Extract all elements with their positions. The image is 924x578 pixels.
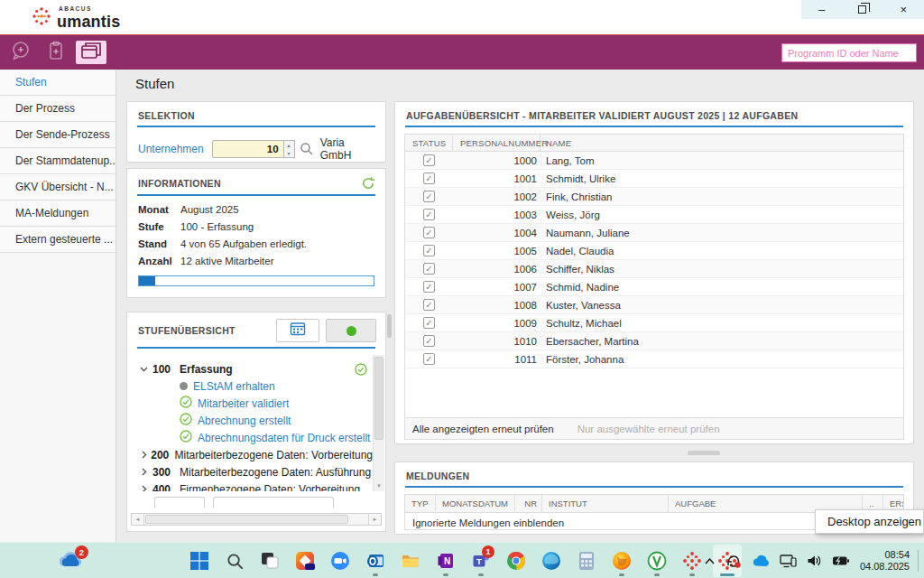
recheck-all-link[interactable]: Alle angezeigten erneut prüfen xyxy=(412,424,554,434)
sidebar-item[interactable]: Der Sende-Prozess xyxy=(0,122,116,148)
clipboard-add-button[interactable] xyxy=(41,41,71,64)
taskbar-app-firefox[interactable] xyxy=(607,545,636,577)
unternehmen-stepper[interactable]: ▲ ▼ xyxy=(284,140,295,158)
tree-vertical-scrollbar[interactable]: ▼ xyxy=(373,355,384,491)
column-monatsdatum[interactable]: MONATSDATUM xyxy=(436,495,515,512)
taskbar-onedrive-button[interactable]: 2 xyxy=(56,549,83,573)
taskbar-app-zoom[interactable] xyxy=(326,545,355,577)
stage-row[interactable]: 400Firmenbezogene Daten: Vorbereitung xyxy=(140,480,373,491)
task-row[interactable]: ✓1002Fink, Christian xyxy=(405,188,903,206)
task-checkbox[interactable]: ✓ xyxy=(423,353,435,365)
scroll-down-icon[interactable]: ▼ xyxy=(374,480,384,491)
scroll-right-icon[interactable]: ► xyxy=(368,514,381,525)
taskbar-app-outlook[interactable] xyxy=(361,545,390,577)
maximize-button[interactable] xyxy=(842,0,882,19)
task-row[interactable]: ✓1000Lang, Tom xyxy=(405,152,903,170)
tray-onedrive-icon[interactable] xyxy=(752,555,770,567)
column-status[interactable]: STATUS xyxy=(405,135,453,151)
tree-horizontal-scrollbar[interactable]: ◄ ► xyxy=(131,513,382,526)
tray-sync-icon[interactable] xyxy=(725,554,742,568)
stage-row[interactable]: 200Mitarbeiterbezogene Daten: Vorbereitu… xyxy=(140,446,373,463)
task-checkbox[interactable]: ✓ xyxy=(423,335,435,347)
search-lookup-icon[interactable] xyxy=(300,142,314,156)
column-nr[interactable]: NR xyxy=(515,495,542,512)
task-checkbox[interactable]: ✓ xyxy=(423,227,435,238)
taskbar-clock[interactable]: 08:54 04.08.2025 xyxy=(860,549,910,573)
minimize-button[interactable]: – xyxy=(801,0,842,19)
stage-row[interactable]: 300Mitarbeiterbezogene Daten: Ausführung xyxy=(140,463,373,480)
stage-task-row[interactable]: Abrechnung erstellt xyxy=(140,412,373,429)
task-checkbox[interactable]: ✓ xyxy=(423,263,435,275)
task-row[interactable]: ✓1007Schmid, Nadine xyxy=(405,278,903,296)
close-button[interactable]: × xyxy=(883,0,924,19)
taskbar-app-search[interactable] xyxy=(220,545,249,577)
stage-task-row[interactable]: Abrechnungsdaten für Druck erstellt xyxy=(140,429,373,446)
sidebar-item[interactable]: GKV Übersicht - N... xyxy=(0,174,116,200)
stepper-down-icon[interactable]: ▼ xyxy=(284,149,294,157)
task-row[interactable]: ✓1006Schiffer, Niklas xyxy=(405,260,903,278)
task-row[interactable]: ✓1003Weiss, Jörg xyxy=(405,206,903,224)
stage-task-row[interactable]: Mitarbeiter validiert xyxy=(140,395,373,412)
task-row[interactable]: ✓1009Schultz, Michael xyxy=(405,314,903,332)
taskbar-app-calculator[interactable] xyxy=(572,545,601,577)
task-checkbox[interactable]: ✓ xyxy=(423,317,435,329)
taskbar-app-taskview[interactable] xyxy=(255,545,284,577)
unternehmen-input[interactable] xyxy=(212,140,284,158)
show-ignored-link[interactable]: Ignorierte Meldungen einblenden xyxy=(412,517,564,528)
taskbar-app-vapp[interactable] xyxy=(642,545,671,577)
stage-task-link[interactable]: Abrechnung erstellt xyxy=(198,415,291,427)
column-personalnummer[interactable]: PERSONALNUMMER xyxy=(453,135,541,151)
horizontal-splitter[interactable] xyxy=(688,451,720,455)
stage-task-link[interactable]: Mitarbeiter validiert xyxy=(198,397,289,410)
sidebar-item[interactable]: MA-Meldungen xyxy=(0,200,116,227)
program-search-input[interactable] xyxy=(781,43,917,62)
stage-task-row[interactable]: ELStAM erhalten xyxy=(140,378,373,395)
chevron-right-icon[interactable] xyxy=(140,468,152,476)
stage-task-link[interactable]: Abrechnungsdaten für Druck erstellt xyxy=(198,432,370,444)
taskbar-app-edge[interactable] xyxy=(537,545,566,577)
chat-add-button[interactable] xyxy=(5,41,36,64)
taskbar-app-teams[interactable]: T1 xyxy=(467,545,495,577)
show-desktop-divider[interactable] xyxy=(918,550,919,572)
task-row[interactable]: ✓1010Ebersacher, Martina xyxy=(405,332,903,350)
taskbar-app-umantis[interactable] xyxy=(678,545,707,577)
tray-battery-icon[interactable] xyxy=(832,555,850,566)
column-institut[interactable]: INSTITUT xyxy=(542,495,669,512)
task-row[interactable]: ✓1004Naumann, Juliane xyxy=(405,224,903,242)
taskbar-app-onenote[interactable]: N xyxy=(431,545,460,577)
chevron-down-icon[interactable] xyxy=(140,365,152,373)
unternehmen-link[interactable]: Unternehmen xyxy=(138,143,212,155)
chevron-right-icon[interactable] xyxy=(140,485,152,491)
task-checkbox[interactable]: ✓ xyxy=(423,281,435,293)
tray-chevron-up-icon[interactable] xyxy=(704,557,716,565)
sidebar-item[interactable]: Stufen xyxy=(0,70,116,96)
task-checkbox[interactable]: ✓ xyxy=(423,172,435,184)
taskbar-app-chrome[interactable] xyxy=(502,545,531,577)
column-name[interactable]: NAME xyxy=(541,135,903,151)
window-switcher-button[interactable] xyxy=(76,41,106,64)
chevron-right-icon[interactable] xyxy=(140,451,151,459)
stepper-up-icon[interactable]: ▲ xyxy=(284,141,294,149)
tray-volume-icon[interactable] xyxy=(807,555,822,567)
sidebar-item[interactable]: Extern gesteuerte ... xyxy=(0,227,116,253)
taskbar-app-m365[interactable] xyxy=(291,545,319,577)
stage-row[interactable]: 100Erfassung xyxy=(140,360,373,378)
task-checkbox[interactable]: ✓ xyxy=(423,245,435,256)
taskbar-app-windows[interactable] xyxy=(185,545,214,577)
task-checkbox[interactable]: ✓ xyxy=(423,209,435,220)
taskbar-app-explorer[interactable] xyxy=(396,545,425,577)
task-row[interactable]: ✓1005Nadel, Claudia xyxy=(405,242,903,260)
tray-network-icon[interactable] xyxy=(780,555,797,568)
calendar-view-button[interactable] xyxy=(276,319,319,342)
task-checkbox[interactable]: ✓ xyxy=(423,191,435,202)
vertical-splitter[interactable] xyxy=(387,314,392,338)
task-checkbox[interactable]: ✓ xyxy=(423,154,435,166)
column-typ[interactable]: TYP xyxy=(405,495,436,512)
sidebar-item[interactable]: Der Stammdatenup... xyxy=(0,148,116,174)
refresh-icon[interactable] xyxy=(362,177,374,190)
task-row[interactable]: ✓1008Kuster, Vanessa xyxy=(405,296,903,314)
task-checkbox[interactable]: ✓ xyxy=(423,299,435,311)
task-row[interactable]: ✓1001Schmidt, Ulrike xyxy=(405,170,903,188)
task-row[interactable]: ✓1011Förster, Johanna xyxy=(405,350,903,368)
sidebar-item[interactable]: Der Prozess xyxy=(0,96,116,122)
